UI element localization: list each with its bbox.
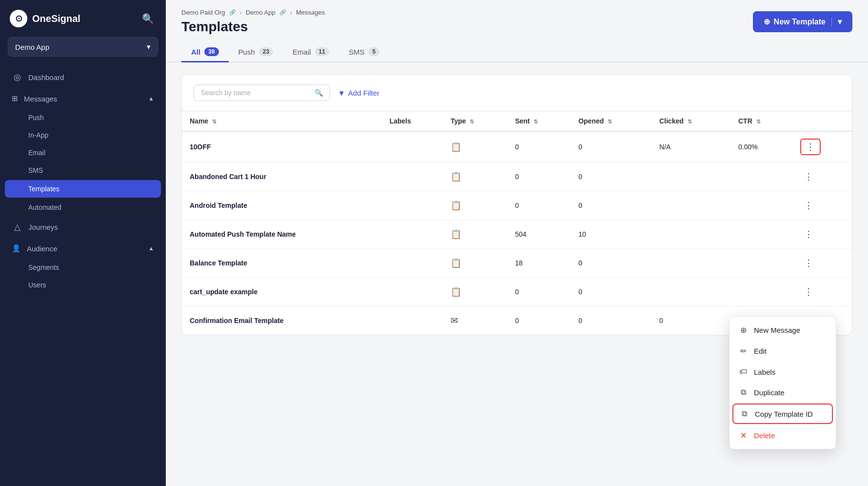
tab-email-badge: 11 — [315, 47, 329, 56]
row-actions: ⋮ — [792, 131, 852, 162]
row-type: 📋 — [443, 278, 507, 306]
opened-sort-icon: ⇅ — [608, 119, 612, 124]
menu-item-duplicate[interactable]: ⧉ Duplicate — [730, 382, 836, 403]
breadcrumb-app[interactable]: Demo App — [246, 9, 276, 16]
app-selector[interactable]: Demo App ▾ — [8, 37, 158, 57]
row-sent: 0 — [507, 306, 571, 335]
sidebar: ⊙ OneSignal 🔍 Demo App ▾ ◎ Dashboard ⊞ M… — [0, 0, 166, 486]
row-name: Confirmation Email Template — [182, 306, 382, 335]
row-labels — [382, 191, 443, 220]
card-toolbar: 🔍 ▼ Add Filter — [182, 75, 852, 111]
row-type: ✉ — [443, 306, 507, 335]
search-box[interactable]: 🔍 — [194, 84, 330, 101]
sidebar-item-email[interactable]: Email — [0, 144, 166, 162]
menu-item-duplicate-label: Duplicate — [754, 388, 785, 397]
sidebar-item-templates[interactable]: Templates — [5, 180, 161, 198]
main-content: Demo Paid Org 🔗 › Demo App 🔗 › Messages … — [166, 0, 868, 486]
menu-item-new-message[interactable]: ⊕ New Message — [730, 320, 836, 341]
sidebar-item-audience[interactable]: 👤 Audience ▲ — [0, 238, 166, 259]
row-actions: ⋮ — [792, 191, 852, 220]
menu-item-new-message-label: New Message — [754, 326, 800, 334]
dashboard-icon: ◎ — [12, 72, 22, 82]
row-sent: 0 — [507, 278, 571, 306]
row-actions: ⋮ — [792, 162, 852, 191]
tab-email[interactable]: Email 11 — [283, 42, 339, 62]
row-more-button[interactable]: ⋮ — [800, 256, 817, 270]
menu-item-labels[interactable]: 🏷 Labels — [730, 362, 836, 382]
sidebar-item-inapp[interactable]: In-App — [0, 126, 166, 144]
delete-icon: ✕ — [738, 431, 748, 440]
sidebar-item-sms[interactable]: SMS — [0, 162, 166, 179]
sidebar-item-messages[interactable]: ⊞ Messages ▲ — [0, 88, 166, 109]
row-more-button[interactable]: ⋮ — [800, 198, 817, 213]
new-template-button[interactable]: ⊕ New Template ▾ — [753, 11, 852, 32]
global-search-button[interactable]: 🔍 — [140, 11, 156, 26]
table-row: Android Template 📋 0 0 ⋮ — [182, 191, 852, 220]
breadcrumb-org[interactable]: Demo Paid Org — [181, 9, 225, 16]
row-more-button[interactable]: ⋮ — [800, 284, 817, 299]
row-ctr — [730, 249, 792, 278]
sidebar-item-journeys[interactable]: △ Journeys — [0, 216, 166, 238]
sidebar-item-segments[interactable]: Segments — [0, 259, 166, 276]
row-labels — [382, 306, 443, 335]
row-clicked — [651, 191, 730, 220]
sidebar-item-automated[interactable]: Automated — [0, 199, 166, 216]
table-body: 10OFF 📋 0 0 N/A 0.00% ⋮ Aban — [182, 131, 852, 335]
row-more-button[interactable]: ⋮ — [800, 139, 821, 155]
tab-all[interactable]: All 39 — [181, 42, 229, 62]
row-clicked — [651, 278, 730, 306]
col-name: Name ⇅ — [182, 111, 382, 131]
col-type: Type ⇅ — [443, 111, 507, 131]
app-link-icon: 🔗 — [279, 9, 286, 16]
sidebar-item-users[interactable]: Users — [0, 276, 166, 294]
tab-push-label: Push — [238, 48, 255, 56]
menu-item-edit[interactable]: ✏ Edit — [730, 341, 836, 362]
table-row: cart_update example 📋 0 0 ⋮ — [182, 278, 852, 306]
push-type-icon: 📋 — [451, 172, 461, 182]
sidebar-item-dashboard-label: Dashboard — [28, 73, 64, 81]
row-clicked: N/A — [651, 131, 730, 162]
tab-sms-label: SMS — [349, 48, 365, 56]
sidebar-item-push[interactable]: Push — [0, 109, 166, 126]
type-sort-icon: ⇅ — [470, 119, 474, 124]
push-type-icon: 📋 — [451, 287, 461, 297]
row-type: 📋 — [443, 249, 507, 278]
row-name: cart_update example — [182, 278, 382, 306]
tabs-bar: All 39 Push 23 Email 11 SMS 5 — [166, 35, 868, 62]
row-opened: 10 — [571, 220, 651, 249]
table-row: Abandoned Cart 1 Hour 📋 0 0 ⋮ — [182, 162, 852, 191]
col-ctr: CTR ⇅ — [730, 111, 792, 131]
row-labels — [382, 162, 443, 191]
logo-text: OneSignal — [32, 13, 80, 24]
row-labels — [382, 278, 443, 306]
search-input[interactable] — [201, 89, 311, 97]
tab-push[interactable]: Push 23 — [229, 42, 283, 62]
table-header: Name ⇅ Labels Type ⇅ Sent ⇅ Opened ⇅ Cli… — [182, 111, 852, 131]
org-link-icon: 🔗 — [229, 9, 236, 16]
row-type: 📋 — [443, 191, 507, 220]
sidebar-item-journeys-label: Journeys — [28, 223, 58, 231]
new-template-plus-icon: ⊕ — [764, 17, 770, 26]
row-clicked — [651, 162, 730, 191]
menu-item-delete[interactable]: ✕ Delete — [730, 425, 836, 446]
push-type-icon: 📋 — [451, 142, 461, 152]
menu-item-copy-template-id[interactable]: ⧉ Copy Template ID — [732, 404, 833, 424]
push-type-icon: 📋 — [451, 229, 461, 239]
name-sort-icon: ⇅ — [212, 119, 217, 124]
row-actions: ⋮ — [792, 278, 852, 306]
col-sent: Sent ⇅ — [507, 111, 571, 131]
row-more-button[interactable]: ⋮ — [800, 227, 817, 242]
menu-item-edit-label: Edit — [754, 347, 767, 355]
tab-sms[interactable]: SMS 5 — [339, 42, 389, 62]
tab-sms-badge: 5 — [368, 47, 379, 56]
row-more-button[interactable]: ⋮ — [800, 169, 817, 184]
add-filter-button[interactable]: ▼ Add Filter — [338, 89, 379, 97]
row-actions: ⋮ — [792, 249, 852, 278]
breadcrumb: Demo Paid Org 🔗 › Demo App 🔗 › Messages — [181, 9, 325, 16]
sidebar-item-dashboard[interactable]: ◎ Dashboard — [0, 66, 166, 88]
row-ctr: 0.00% — [730, 131, 792, 162]
copy-template-id-icon: ⧉ — [739, 409, 749, 418]
tab-all-label: All — [191, 48, 200, 56]
audience-chevron: ▲ — [148, 245, 154, 252]
row-opened: 0 — [571, 191, 651, 220]
